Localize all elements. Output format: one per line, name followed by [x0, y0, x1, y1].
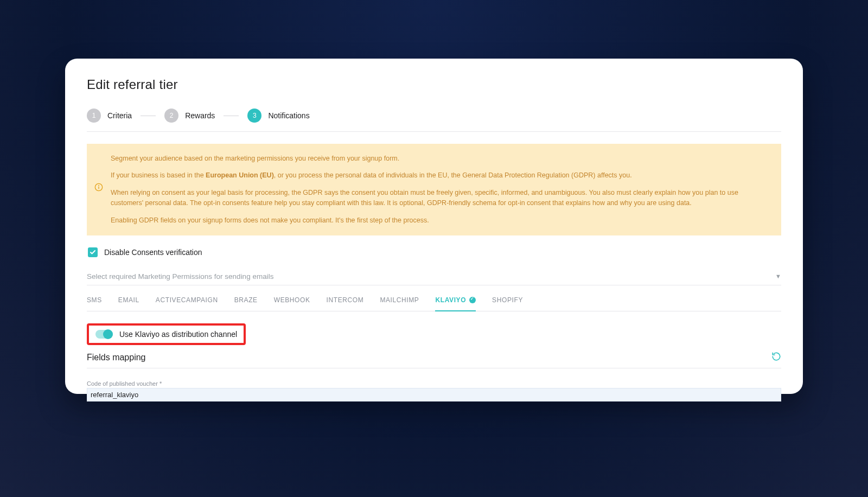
notice-paragraph: Segment your audience based on the marke… [111, 154, 769, 164]
page-title: Edit referral tier [87, 77, 781, 92]
stepper: 1 Criteria 2 Rewards 3 Notifications [87, 109, 781, 132]
tab-braze[interactable]: BRAZE [234, 294, 258, 311]
step-label: Criteria [107, 111, 132, 120]
tab-shopify[interactable]: SHOPIFY [492, 294, 523, 311]
tab-mailchimp[interactable]: MAILCHIMP [380, 294, 419, 311]
step-number: 1 [87, 109, 101, 123]
tab-label: INTERCOM [327, 296, 364, 304]
notice-text: , or you process the personal data of in… [274, 171, 632, 179]
notice-body: Segment your audience based on the marke… [111, 154, 769, 226]
svg-point-2 [99, 185, 99, 186]
disable-consents-checkbox[interactable] [88, 247, 98, 257]
voucher-code-field: Code of published voucher * [87, 380, 781, 402]
notice-paragraph: If your business is based in the Europea… [111, 170, 769, 181]
step-connector [141, 116, 156, 116]
check-badge-icon [469, 297, 476, 303]
tab-sms[interactable]: SMS [87, 294, 102, 311]
tab-intercom[interactable]: INTERCOM [327, 294, 364, 311]
step-criteria[interactable]: 1 Criteria [87, 109, 132, 123]
notice-paragraph: Enabling GDPR fields on your signup form… [111, 215, 769, 226]
channel-tabs: SMS EMAIL ACTIVECAMPAIGN BRAZE WEBHOOK I… [87, 288, 781, 311]
select-placeholder: Select required Marketing Permissions fo… [87, 272, 273, 281]
notice-bold: European Union (EU) [206, 171, 274, 179]
voucher-code-label: Code of published voucher * [87, 380, 781, 387]
step-rewards[interactable]: 2 Rewards [164, 109, 215, 123]
tab-activecampaign[interactable]: ACTIVECAMPAIGN [156, 294, 218, 311]
voucher-code-input[interactable] [87, 388, 781, 402]
tab-label: ACTIVECAMPAIGN [156, 296, 218, 304]
klaviyo-toggle-highlight: Use Klaviyo as distribution channel [87, 323, 246, 345]
disable-consents-label: Disable Consents verification [104, 248, 202, 257]
tab-webhook[interactable]: WEBHOOK [274, 294, 310, 311]
tab-label: SMS [87, 296, 102, 304]
tab-label: EMAIL [118, 296, 139, 304]
tab-klaviyo[interactable]: KLAVIYO [435, 294, 476, 311]
chevron-down-icon: ▼ [775, 273, 781, 279]
tab-label: WEBHOOK [274, 296, 310, 304]
step-content: Segment your audience based on the marke… [87, 132, 781, 402]
tab-email[interactable]: EMAIL [118, 294, 139, 311]
step-connector [224, 116, 239, 116]
fields-mapping-title: Fields mapping [87, 353, 146, 362]
step-notifications[interactable]: 3 Notifications [247, 109, 309, 123]
klaviyo-toggle[interactable] [95, 330, 113, 339]
disable-consents-row[interactable]: Disable Consents verification [88, 247, 781, 257]
settings-card: Edit referral tier 1 Criteria 2 Rewards … [65, 59, 803, 394]
step-number: 3 [247, 109, 261, 123]
tab-label: BRAZE [234, 296, 258, 304]
restore-icon[interactable] [771, 352, 781, 364]
tab-label: MAILCHIMP [380, 296, 419, 304]
step-label: Notifications [268, 111, 309, 120]
tab-label: KLAVIYO [435, 296, 466, 304]
klaviyo-toggle-label: Use Klaviyo as distribution channel [119, 330, 237, 339]
fields-mapping-header: Fields mapping [87, 348, 781, 368]
gdpr-notice: Segment your audience based on the marke… [87, 144, 781, 235]
step-label: Rewards [185, 111, 215, 120]
notice-paragraph: When relying on consent as your legal ba… [111, 188, 769, 209]
info-icon [94, 154, 103, 226]
step-number: 2 [164, 109, 178, 123]
tab-label: SHOPIFY [492, 296, 523, 304]
notice-text: If your business is based in the [111, 171, 206, 179]
marketing-permissions-select[interactable]: Select required Marketing Permissions fo… [87, 269, 781, 285]
